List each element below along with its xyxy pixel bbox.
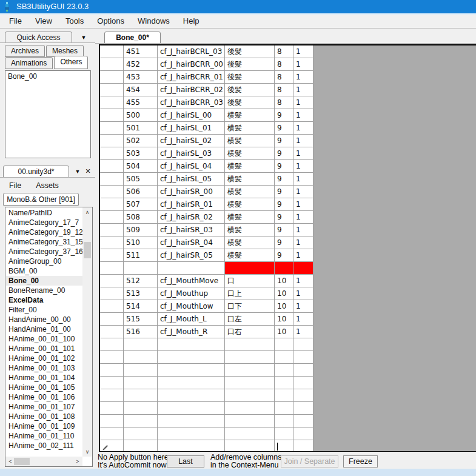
- cell-value2[interactable]: [293, 262, 313, 275]
- cell-id[interactable]: 501: [124, 122, 158, 135]
- row-header-cell[interactable]: [100, 287, 124, 300]
- cell-value1[interactable]: [275, 377, 293, 389]
- cell-value1[interactable]: 8: [275, 58, 293, 71]
- cell-category[interactable]: 横髪: [225, 122, 275, 135]
- cell-name[interactable]: cf_J_MouthMove: [158, 275, 225, 287]
- cell-id[interactable]: 500: [124, 109, 158, 122]
- cell-id[interactable]: 516: [124, 326, 158, 338]
- unity3d-close-icon[interactable]: ✕: [83, 166, 93, 176]
- list-item[interactable]: HAnime_00_02_111: [6, 441, 82, 451]
- row-header-cell[interactable]: [100, 313, 124, 326]
- grid-row[interactable]: 502cf_J_hairSL_02横髪91: [100, 135, 313, 147]
- grid-row[interactable]: 509cf_J_hairSR_03横髪91: [100, 224, 313, 236]
- unity3d-dropdown-icon[interactable]: ▼: [72, 167, 83, 176]
- cell-id[interactable]: 451: [124, 45, 158, 58]
- cell-category[interactable]: [225, 351, 275, 364]
- cell-category[interactable]: 口右: [225, 326, 275, 338]
- cell-value1[interactable]: [275, 440, 293, 452]
- join-separate-button[interactable]: Join / Separate: [281, 455, 338, 468]
- cell-name[interactable]: [158, 351, 225, 364]
- menu-item-tools[interactable]: Tools: [59, 15, 90, 28]
- list-item[interactable]: HAnime_00_01_108: [6, 412, 82, 421]
- list-item[interactable]: AnimeCategory_19_12: [6, 227, 82, 237]
- cell-name[interactable]: cf_J_Mouth_L: [158, 313, 225, 326]
- row-header-cell[interactable]: [100, 389, 124, 402]
- cell-name[interactable]: cf_J_hairBCRR_03: [158, 96, 225, 109]
- cell-id[interactable]: [124, 262, 158, 275]
- vertical-scroll-thumb[interactable]: [84, 242, 91, 258]
- cell-id[interactable]: 508: [124, 211, 158, 224]
- last-button[interactable]: Last: [167, 455, 204, 468]
- row-header-cell[interactable]: [100, 427, 124, 440]
- list-item[interactable]: ExcelData: [6, 295, 82, 305]
- row-header-cell[interactable]: [100, 109, 124, 122]
- cell-value2[interactable]: [293, 338, 313, 351]
- cell-value2[interactable]: [293, 402, 313, 415]
- list-item[interactable]: AnimeGroup_00: [6, 256, 82, 266]
- row-header-cell[interactable]: [100, 224, 124, 236]
- scroll-up-icon[interactable]: ∧: [82, 207, 92, 217]
- row-header-cell[interactable]: [100, 249, 124, 262]
- cell-id[interactable]: [124, 364, 158, 377]
- grid-row[interactable]: 511cf_J_hairSR_05横髪91: [100, 249, 313, 262]
- cell-value1[interactable]: [275, 364, 293, 377]
- cell-category[interactable]: 口: [225, 275, 275, 287]
- grid-row[interactable]: 454cf_J_hairBCRR_02後髪81: [100, 84, 313, 96]
- cell-name[interactable]: [158, 415, 225, 427]
- list-item[interactable]: HAnime_00_01_106: [6, 392, 82, 402]
- cell-id[interactable]: [124, 427, 158, 440]
- cell-id[interactable]: 504: [124, 160, 158, 173]
- cell-name[interactable]: cf_J_hairSL_01: [158, 122, 225, 135]
- grid-row[interactable]: 510cf_J_hairSR_04横髪91: [100, 236, 313, 249]
- grid-new-row[interactable]: [100, 440, 313, 452]
- row-header-cell[interactable]: [100, 45, 124, 58]
- cell-id[interactable]: [124, 402, 158, 415]
- menu-item-help[interactable]: Help: [176, 15, 206, 28]
- tab-archives[interactable]: Archives: [5, 45, 45, 57]
- cell-id[interactable]: 452: [124, 58, 158, 71]
- grid-row[interactable]: 501cf_J_hairSL_01横髪91: [100, 122, 313, 135]
- cell-id[interactable]: 512: [124, 275, 158, 287]
- grid-row[interactable]: 513cf_J_Mouthup口上101: [100, 287, 313, 300]
- grid-row[interactable]: [100, 364, 313, 377]
- scroll-right-icon[interactable]: >: [73, 457, 82, 466]
- menu-item-view[interactable]: View: [28, 15, 59, 28]
- cell-category[interactable]: 後髪: [225, 45, 275, 58]
- cell-value2[interactable]: 1: [293, 71, 313, 84]
- grid-row-red[interactable]: [100, 262, 313, 275]
- list-item[interactable]: HandAnime_01_00: [6, 324, 82, 334]
- grid-row[interactable]: [100, 338, 313, 351]
- freeze-button[interactable]: Freeze: [343, 455, 378, 468]
- cell-name[interactable]: cf_J_hairSL_04: [158, 160, 225, 173]
- row-header-cell[interactable]: [100, 198, 124, 211]
- cell-category[interactable]: 横髪: [225, 224, 275, 236]
- row-header-cell[interactable]: [100, 440, 124, 452]
- grid-row[interactable]: 506cf_J_hairSR_00横髪91: [100, 186, 313, 198]
- cell-id[interactable]: 506: [124, 186, 158, 198]
- list-item[interactable]: BGM_00: [6, 266, 82, 276]
- cell-category[interactable]: 横髪: [225, 249, 275, 262]
- cell-name[interactable]: [158, 402, 225, 415]
- tab-animations[interactable]: Animations: [5, 57, 53, 69]
- cell-category[interactable]: 口下: [225, 300, 275, 313]
- cell-category[interactable]: [225, 427, 275, 440]
- grid-row[interactable]: 515cf_J_Mouth_L口左101: [100, 313, 313, 326]
- cell-name[interactable]: [158, 389, 225, 402]
- cell-name[interactable]: cf_J_hairBCRR_00: [158, 58, 225, 71]
- cell-category[interactable]: 後髪: [225, 58, 275, 71]
- cell-id[interactable]: 453: [124, 71, 158, 84]
- cell-id[interactable]: 509: [124, 224, 158, 236]
- row-header-cell[interactable]: [100, 338, 124, 351]
- tab-monobehaviour-other[interactable]: MonoB.& Other [901]: [3, 193, 79, 206]
- cell-value1[interactable]: 9: [275, 236, 293, 249]
- cell-value2[interactable]: 1: [293, 236, 313, 249]
- cell-value1[interactable]: 8: [275, 84, 293, 96]
- cell-value1[interactable]: 9: [275, 122, 293, 135]
- cell-value1[interactable]: 9: [275, 186, 293, 198]
- row-header-cell[interactable]: [100, 160, 124, 173]
- menu-item-file[interactable]: File: [2, 15, 28, 28]
- cell-value2[interactable]: 1: [293, 313, 313, 326]
- cell-id[interactable]: [124, 338, 158, 351]
- list-item[interactable]: AnimeCategory_17_7: [6, 218, 82, 227]
- grid-row[interactable]: 503cf_J_hairSL_03横髪91: [100, 147, 313, 160]
